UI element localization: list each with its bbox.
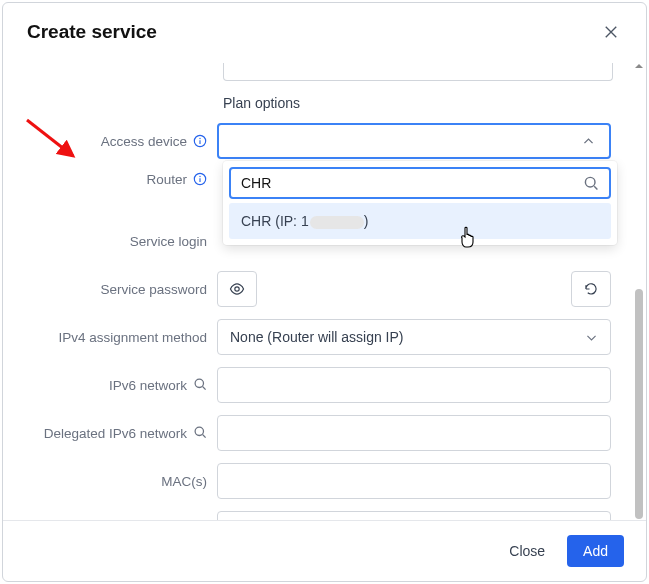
dropdown-search [229, 167, 611, 199]
scrollbar-up-icon[interactable] [634, 57, 644, 67]
port-id-input[interactable] [217, 511, 611, 520]
svg-point-5 [235, 287, 239, 291]
option-text-suffix: ) [364, 213, 369, 229]
svg-point-4 [199, 176, 200, 177]
modal-body: Plan options Access device [3, 55, 646, 520]
router-label: Router [146, 172, 187, 187]
modal-footer: Close Add [3, 521, 646, 581]
info-icon[interactable] [193, 172, 207, 186]
row-ipv4-method: IPv4 assignment method None (Router will… [23, 319, 618, 355]
svg-point-2 [585, 177, 595, 187]
svg-point-6 [195, 379, 203, 387]
row-macs: MAC(s) [23, 463, 618, 499]
option-text-redacted [310, 216, 364, 229]
refresh-icon [583, 281, 599, 297]
ipv4-method-label: IPv4 assignment method [58, 330, 207, 345]
modal-header: Create service [3, 3, 646, 55]
modal-title: Create service [27, 21, 157, 43]
row-ipv6-network: IPv6 network [23, 367, 618, 403]
row-service-password: Service password [23, 271, 618, 307]
eye-icon [229, 281, 245, 297]
delegated-ipv6-input[interactable] [217, 415, 611, 451]
service-password-input[interactable] [265, 271, 563, 307]
pointer-cursor-icon [457, 225, 479, 252]
ipv4-method-value: None (Router will assign IP) [230, 329, 404, 345]
ipv4-method-select[interactable]: None (Router will assign IP) [217, 319, 611, 355]
service-login-label: Service login [130, 234, 207, 249]
ipv6-network-label: IPv6 network [109, 378, 187, 393]
show-password-button[interactable] [217, 271, 257, 307]
info-icon[interactable] [193, 134, 207, 148]
previous-field-partial [223, 63, 613, 81]
ipv6-network-input[interactable] [217, 367, 611, 403]
svg-point-1 [199, 138, 200, 139]
access-device-select[interactable] [217, 123, 611, 159]
macs-label: MAC(s) [161, 474, 207, 489]
access-device-label: Access device [101, 134, 187, 149]
svg-point-7 [195, 427, 203, 435]
regenerate-password-button[interactable] [571, 271, 611, 307]
dropdown-option-chr[interactable]: CHR (IP: 1) [229, 203, 611, 239]
scrollbar-handle[interactable] [635, 289, 643, 519]
row-access-device: Access device CHR (IP: [23, 123, 618, 159]
chevron-down-icon [585, 331, 598, 344]
close-icon[interactable] [600, 21, 622, 43]
search-icon[interactable] [193, 425, 207, 442]
row-port-id: Port ID [23, 511, 618, 520]
scrollbar[interactable] [635, 59, 643, 512]
option-text-prefix: CHR (IP: 1 [241, 213, 309, 229]
add-button[interactable]: Add [567, 535, 624, 567]
search-icon[interactable] [193, 377, 207, 394]
section-label: Plan options [223, 95, 618, 111]
macs-input[interactable] [217, 463, 611, 499]
access-device-dropdown: CHR (IP: 1) [223, 161, 617, 245]
create-service-modal: Create service Plan options Access devi [2, 2, 647, 582]
service-password-label: Service password [100, 282, 207, 297]
close-button[interactable]: Close [499, 535, 555, 567]
dropdown-search-input[interactable] [241, 175, 575, 191]
chevron-up-icon [582, 135, 595, 148]
search-icon [583, 175, 599, 191]
row-delegated-ipv6: Delegated IPv6 network [23, 415, 618, 451]
delegated-ipv6-label: Delegated IPv6 network [44, 426, 187, 441]
